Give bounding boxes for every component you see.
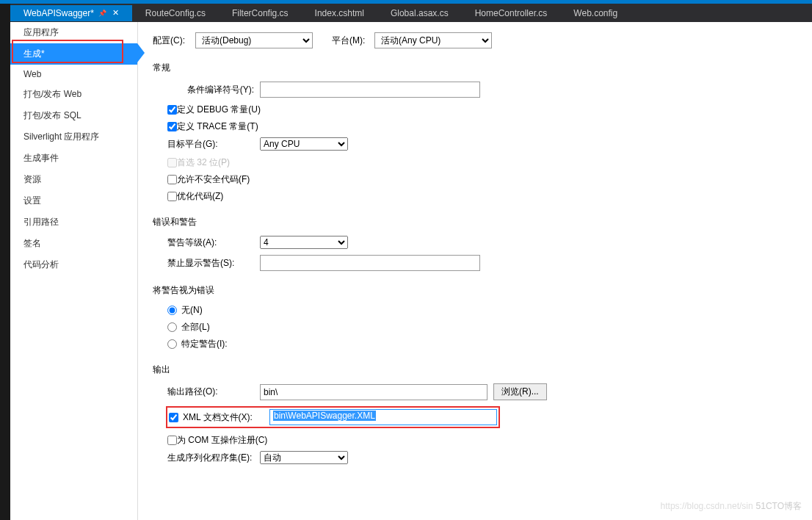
treat-all-radio[interactable] [167, 322, 177, 332]
com-interop-label: 为 COM 互操作注册(C) [177, 434, 267, 447]
section-output: 输出 [153, 364, 797, 376]
treat-all-label: 全部(L) [181, 321, 210, 333]
allow-unsafe-label: 允许不安全代码(F) [177, 173, 250, 186]
config-select[interactable]: 活动(Debug) [195, 32, 313, 48]
platform-label: 平台(M): [332, 35, 374, 47]
sidebar-item-references[interactable]: 引用路径 [10, 212, 137, 233]
treat-none-label: 无(N) [181, 304, 203, 317]
cond-sym-input[interactable] [260, 82, 480, 98]
tab-index[interactable]: Index.cshtml [302, 5, 377, 21]
suppress-label: 禁止显示警告(S): [167, 257, 260, 270]
close-icon[interactable]: ✕ [112, 8, 119, 18]
tab-filterconfig[interactable]: FilterConfig.cs [219, 5, 302, 21]
section-treat-as-error: 将警告视为错误 [153, 284, 797, 297]
tab-homecontroller[interactable]: HomeController.cs [462, 5, 561, 21]
xml-doc-label: XML 文档文件(X): [183, 411, 269, 424]
suppress-input[interactable] [260, 255, 480, 271]
define-debug-checkbox[interactable] [167, 105, 177, 115]
serial-select[interactable]: 自动 [260, 451, 348, 464]
xml-doc-input[interactable]: bin\WebAPISwagger.XML [269, 409, 497, 425]
sidebar-item-settings[interactable]: 设置 [10, 190, 137, 212]
optimize-checkbox[interactable] [167, 192, 177, 201]
output-path-label: 输出路径(O): [167, 386, 260, 398]
build-panel: 配置(C): 活动(Debug) 平台(M): 活动(Any CPU) 常规 条… [138, 22, 812, 520]
sidebar-item-web[interactable]: Web [10, 65, 137, 84]
document-tabs: WebAPISwagger* 📌 ✕ RouteConfig.cs Filter… [0, 4, 812, 22]
cond-sym-label: 条件编译符号(Y): [167, 84, 260, 96]
sidebar-item-build-events[interactable]: 生成事件 [10, 148, 137, 169]
prefer32-label: 首选 32 位(P) [177, 156, 230, 169]
warning-level-select[interactable]: 4 [260, 236, 348, 249]
platform-select[interactable]: 活动(Any CPU) [374, 32, 492, 48]
treat-specific-label: 特定警告(I): [181, 338, 228, 350]
highlight-xml: XML 文档文件(X): bin\WebAPISwagger.XML [166, 406, 500, 428]
sidebar-item-code-analysis[interactable]: 代码分析 [10, 254, 137, 275]
define-debug-label: 定义 DEBUG 常量(U) [177, 104, 261, 116]
define-trace-label: 定义 TRACE 常量(T) [177, 120, 258, 133]
warning-level-label: 警告等级(A): [167, 236, 260, 249]
left-tool-strip[interactable] [0, 4, 10, 520]
optimize-label: 优化代码(Z) [177, 190, 223, 203]
com-interop-checkbox[interactable] [167, 436, 177, 445]
define-trace-checkbox[interactable] [167, 122, 177, 131]
allow-unsafe-checkbox[interactable] [167, 175, 177, 184]
sidebar-item-package-web[interactable]: 打包/发布 Web [10, 84, 137, 105]
highlight-sidebar [12, 40, 123, 63]
config-label: 配置(C): [153, 35, 195, 47]
pin-icon[interactable]: 📌 [98, 10, 106, 17]
tab-global[interactable]: Global.asax.cs [377, 5, 462, 21]
sidebar-item-silverlight[interactable]: Silverlight 应用程序 [10, 126, 137, 148]
xml-doc-checkbox[interactable] [169, 413, 178, 422]
tab-webapiswagger[interactable]: WebAPISwagger* 📌 ✕ [10, 5, 132, 21]
serial-label: 生成序列化程序集(E): [167, 452, 260, 464]
section-errors: 错误和警告 [153, 216, 797, 228]
treat-specific-radio[interactable] [167, 339, 177, 349]
section-general: 常规 [153, 62, 797, 74]
tab-routeconfig[interactable]: RouteConfig.cs [132, 5, 219, 21]
tab-webconfig[interactable]: Web.config [560, 5, 631, 21]
target-platform-label: 目标平台(G): [167, 138, 260, 151]
sidebar-item-resources[interactable]: 资源 [10, 169, 137, 190]
property-sidebar: 应用程序 生成* Web 打包/发布 Web 打包/发布 SQL Silverl… [10, 22, 138, 520]
tab-label: WebAPISwagger* [23, 8, 94, 18]
output-path-input[interactable] [260, 384, 487, 400]
prefer32-checkbox [167, 158, 177, 167]
target-platform-select[interactable]: Any CPU [260, 137, 348, 151]
sidebar-item-package-sql[interactable]: 打包/发布 SQL [10, 105, 137, 126]
sidebar-item-signing[interactable]: 签名 [10, 233, 137, 254]
browse-button[interactable]: 浏览(R)... [493, 383, 547, 400]
treat-none-radio[interactable] [167, 306, 177, 315]
